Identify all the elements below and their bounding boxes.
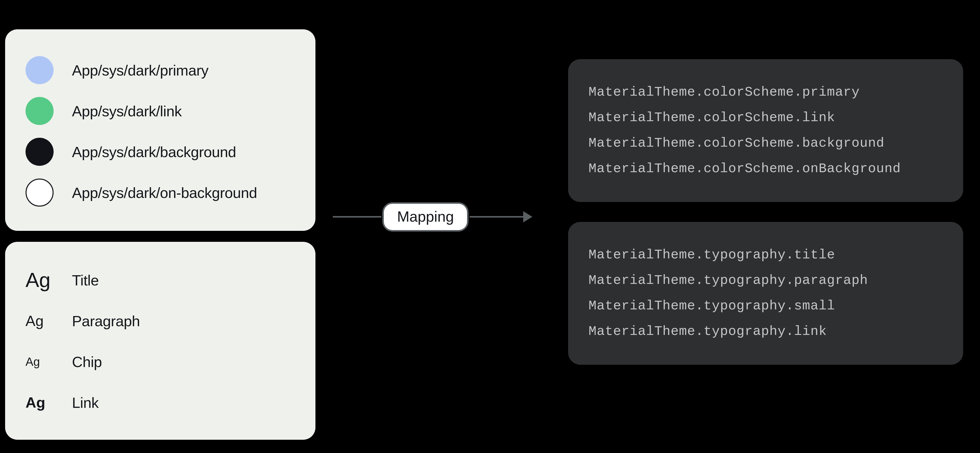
- color-swatch-icon: [25, 97, 54, 125]
- color-swatch-icon: [25, 178, 54, 207]
- color-token-row: App/sys/dark/link: [25, 91, 295, 131]
- mapping-chip: Mapping: [382, 202, 469, 232]
- design-tokens-colors-card: App/sys/dark/primaryApp/sys/dark/linkApp…: [5, 29, 315, 231]
- color-token-label: App/sys/dark/link: [72, 103, 182, 120]
- typography-token-row: AgLink: [25, 382, 295, 423]
- typography-token-label: Link: [72, 394, 99, 411]
- typography-token-row: AgTitle: [25, 260, 295, 300]
- code-line: MaterialTheme.colorScheme.primary: [589, 79, 943, 105]
- code-line: MaterialTheme.typography.small: [589, 293, 943, 319]
- arrow-right-icon: [523, 211, 532, 223]
- arrow-line-icon: [469, 216, 523, 218]
- color-token-row: App/sys/dark/background: [25, 131, 295, 172]
- typography-sample: Ag: [25, 356, 54, 367]
- typography-sample: Ag: [25, 395, 54, 410]
- color-swatch-icon: [25, 56, 54, 84]
- code-line: MaterialTheme.colorScheme.link: [589, 105, 943, 130]
- code-line: MaterialTheme.colorScheme.onBackground: [589, 156, 943, 181]
- code-colorscheme-card: MaterialTheme.colorScheme.primaryMateria…: [568, 59, 963, 202]
- code-line: MaterialTheme.colorScheme.background: [589, 130, 943, 156]
- color-token-label: App/sys/dark/on-background: [72, 184, 257, 201]
- color-token-label: App/sys/dark/background: [72, 143, 236, 161]
- color-token-row: App/sys/dark/primary: [25, 50, 295, 91]
- color-swatch-icon: [25, 138, 54, 166]
- typography-token-label: Title: [72, 272, 99, 289]
- color-token-label: App/sys/dark/primary: [72, 62, 208, 79]
- code-line: MaterialTheme.typography.link: [589, 319, 943, 344]
- typography-sample: Ag: [25, 270, 54, 290]
- color-token-row: App/sys/dark/on-background: [25, 172, 295, 213]
- code-typography-card: MaterialTheme.typography.titleMaterialTh…: [568, 222, 963, 365]
- arrow-line-icon: [333, 216, 381, 218]
- typography-token-label: Paragraph: [72, 312, 140, 329]
- typography-sample: Ag: [25, 313, 54, 328]
- typography-token-row: AgParagraph: [25, 300, 295, 341]
- typography-token-label: Chip: [72, 353, 102, 370]
- code-line: MaterialTheme.typography.title: [589, 242, 943, 268]
- design-tokens-typography-card: AgTitleAgParagraphAgChipAgLink: [5, 242, 315, 440]
- typography-token-row: AgChip: [25, 341, 295, 382]
- code-line: MaterialTheme.typography.paragraph: [589, 268, 943, 293]
- mapping-flow: Mapping: [333, 202, 552, 232]
